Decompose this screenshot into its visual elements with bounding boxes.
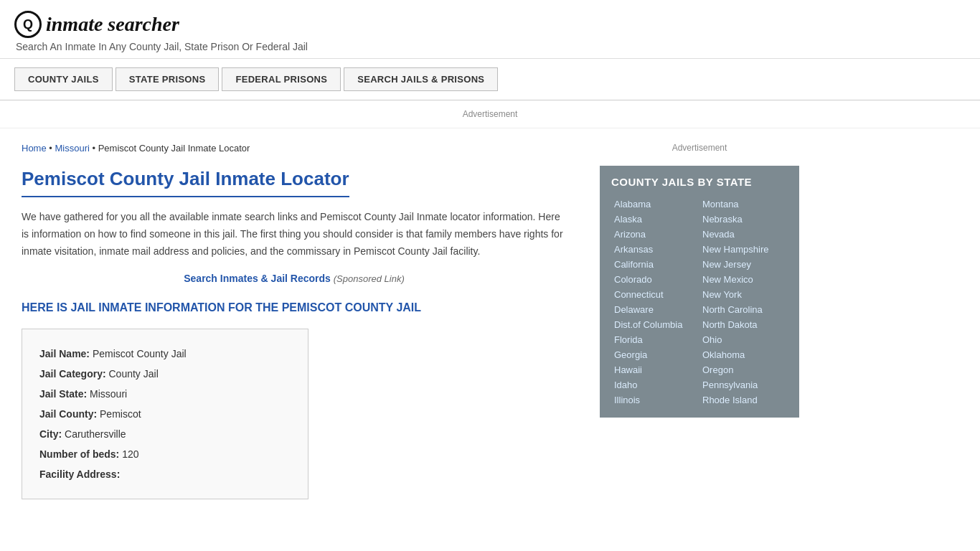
state-link[interactable]: Idaho <box>611 377 699 392</box>
sidebar: Advertisement COUNTY JAILS BY STATE Alab… <box>588 128 811 514</box>
tagline: Search An Inmate In Any County Jail, Sta… <box>16 41 966 52</box>
state-link[interactable]: Oregon <box>699 362 788 377</box>
state-link[interactable]: Arkansas <box>611 242 699 257</box>
search-link-area: Search Inmates & Jail Records (Sponsored… <box>22 273 567 284</box>
states-left-column: AlabamaAlaskaArizonaArkansasCaliforniaCo… <box>611 197 699 408</box>
main-layout: Home • Missouri • Pemiscot County Jail I… <box>0 128 980 514</box>
state-link[interactable]: New York <box>699 287 788 302</box>
state-link[interactable]: Florida <box>611 332 699 347</box>
description: We have gathered for you all the availab… <box>22 209 567 260</box>
nav-search-jails[interactable]: SEARCH JAILS & PRISONS <box>344 67 498 91</box>
jail-category-field: Jail Category: County Jail <box>39 364 291 384</box>
state-link[interactable]: Alabama <box>611 197 699 212</box>
search-inmates-link[interactable]: Search Inmates & Jail Records <box>184 273 331 284</box>
state-link[interactable]: Georgia <box>611 347 699 362</box>
nav-state-prisons[interactable]: STATE PRISONS <box>116 67 220 91</box>
state-grid: AlabamaAlaskaArizonaArkansasCaliforniaCo… <box>611 197 788 408</box>
jail-beds-field: Number of beds: 120 <box>39 444 291 464</box>
sidebar-ad: Advertisement <box>600 143 799 153</box>
breadcrumb: Home • Missouri • Pemiscot County Jail I… <box>22 143 567 154</box>
state-link[interactable]: Illinois <box>611 392 699 408</box>
jail-city-field: City: Caruthersville <box>39 424 291 444</box>
state-link[interactable]: North Dakota <box>699 317 788 332</box>
state-link[interactable]: Nebraska <box>699 212 788 227</box>
jail-state-field: Jail State: Missouri <box>39 384 291 404</box>
state-link[interactable]: Nevada <box>699 227 788 242</box>
state-link[interactable]: Pennsylvania <box>699 377 788 392</box>
state-link[interactable]: Oklahoma <box>699 347 788 362</box>
nav-federal-prisons[interactable]: FEDERAL PRISONS <box>222 67 341 91</box>
page-title: Pemiscot County Jail Inmate Locator <box>22 168 349 197</box>
state-link[interactable]: Connecticut <box>611 287 699 302</box>
county-jails-by-state-widget: COUNTY JAILS BY STATE AlabamaAlaskaArizo… <box>600 166 799 418</box>
jail-name-field: Jail Name: Pemiscot County Jail <box>39 344 291 364</box>
state-link[interactable]: New Mexico <box>699 272 788 287</box>
states-right-column: MontanaNebraskaNevadaNew HampshireNew Je… <box>699 197 788 408</box>
logo-icon: Q <box>14 11 42 38</box>
state-link[interactable]: Colorado <box>611 272 699 287</box>
state-link[interactable]: New Jersey <box>699 257 788 272</box>
state-link[interactable]: Delaware <box>611 302 699 317</box>
state-link[interactable]: California <box>611 257 699 272</box>
state-link[interactable]: New Hampshire <box>699 242 788 257</box>
widget-title: COUNTY JAILS BY STATE <box>611 176 788 188</box>
state-link[interactable]: Ohio <box>699 332 788 347</box>
state-link[interactable]: Hawaii <box>611 362 699 377</box>
state-link[interactable]: Arizona <box>611 227 699 242</box>
nav-county-jails[interactable]: COUNTY JAILS <box>14 67 113 91</box>
state-link[interactable]: Montana <box>699 197 788 212</box>
breadcrumb-home[interactable]: Home <box>22 143 47 154</box>
state-link[interactable]: Dist.of Columbia <box>611 317 699 332</box>
header: Q inmate searcher Search An Inmate In An… <box>0 0 980 59</box>
jail-address-field: Facility Address: <box>39 464 291 484</box>
logo-area: Q inmate searcher <box>14 11 966 38</box>
state-link[interactable]: Rhode Island <box>699 392 788 408</box>
subheader: HERE IS JAIL INMATE INFORMATION FOR THE … <box>22 301 567 314</box>
logo-text: inmate searcher <box>46 13 179 36</box>
breadcrumb-state[interactable]: Missouri <box>55 143 89 154</box>
breadcrumb-current: Pemiscot County Jail Inmate Locator <box>98 143 250 154</box>
sponsored-label: (Sponsored Link) <box>334 273 405 284</box>
state-link[interactable]: North Carolina <box>699 302 788 317</box>
jail-county-field: Jail County: Pemiscot <box>39 404 291 424</box>
ad-top-banner: Advertisement <box>0 100 980 128</box>
jail-info-box: Jail Name: Pemiscot County Jail Jail Cat… <box>22 329 308 499</box>
state-link[interactable]: Alaska <box>611 212 699 227</box>
content-area: Home • Missouri • Pemiscot County Jail I… <box>0 128 588 514</box>
nav-bar: COUNTY JAILS STATE PRISONS FEDERAL PRISO… <box>0 59 980 100</box>
